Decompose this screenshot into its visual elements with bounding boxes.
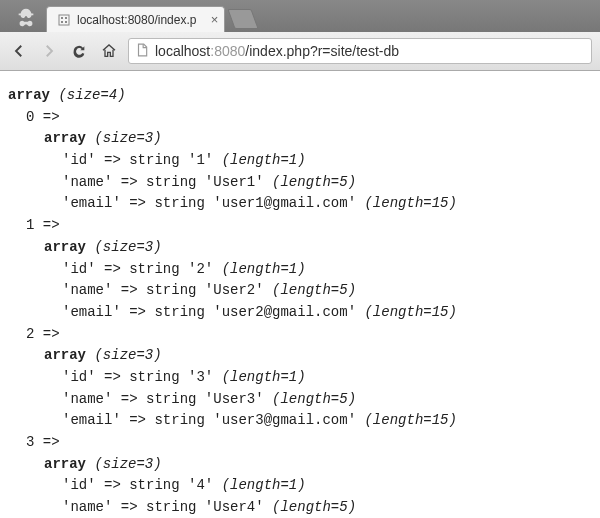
svg-rect-2 (65, 17, 67, 19)
back-button[interactable] (8, 40, 30, 62)
array-index-line: 0 => (8, 107, 592, 129)
page-content: array (size=4) 0 =>array (size=3)'id' =>… (0, 71, 600, 518)
field-line: 'email' => string 'user1@gmail.com' (len… (8, 193, 592, 215)
field-line: 'email' => string 'user3@gmail.com' (len… (8, 410, 592, 432)
dump-outer: array (size=4) (8, 85, 592, 107)
field-line: 'name' => string 'User4' (length=5) (8, 497, 592, 518)
inner-array-line: array (size=3) (8, 128, 592, 150)
field-line: 'name' => string 'User1' (length=5) (8, 172, 592, 194)
inner-array-line: array (size=3) (8, 345, 592, 367)
tab-favicon-icon (57, 13, 71, 27)
address-bar[interactable]: localhost:8080/index.php?r=site/test-db (128, 38, 592, 64)
tab-bar: localhost:8080/index.p × (0, 0, 600, 32)
array-index-line: 3 => (8, 432, 592, 454)
inner-array-line: array (size=3) (8, 454, 592, 476)
field-line: 'id' => string '3' (length=1) (8, 367, 592, 389)
forward-button[interactable] (38, 40, 60, 62)
browser-tab[interactable]: localhost:8080/index.p × (46, 6, 225, 32)
new-tab-button[interactable] (228, 9, 259, 29)
array-index-line: 1 => (8, 215, 592, 237)
svg-rect-1 (61, 17, 63, 19)
array-keyword: array (8, 87, 58, 103)
tab-title: localhost:8080/index.p (77, 13, 196, 27)
inner-array-line: array (size=3) (8, 237, 592, 259)
toolbar: localhost:8080/index.php?r=site/test-db (0, 32, 600, 70)
page-icon (135, 43, 149, 60)
browser-chrome: localhost:8080/index.p × localhost:8080/… (0, 0, 600, 71)
field-line: 'id' => string '2' (length=1) (8, 259, 592, 281)
incognito-icon (12, 4, 40, 32)
svg-rect-3 (61, 21, 63, 23)
reload-button[interactable] (68, 40, 90, 62)
svg-rect-4 (65, 21, 67, 23)
home-button[interactable] (98, 40, 120, 62)
array-index-line: 2 => (8, 324, 592, 346)
field-line: 'name' => string 'User3' (length=5) (8, 389, 592, 411)
url-text: localhost:8080/index.php?r=site/test-db (155, 43, 399, 59)
field-line: 'name' => string 'User2' (length=5) (8, 280, 592, 302)
field-line: 'id' => string '4' (length=1) (8, 475, 592, 497)
array-size: (size=4) (58, 87, 125, 103)
field-line: 'id' => string '1' (length=1) (8, 150, 592, 172)
tab-close-icon[interactable]: × (211, 12, 219, 27)
svg-rect-0 (59, 15, 69, 25)
field-line: 'email' => string 'user2@gmail.com' (len… (8, 302, 592, 324)
